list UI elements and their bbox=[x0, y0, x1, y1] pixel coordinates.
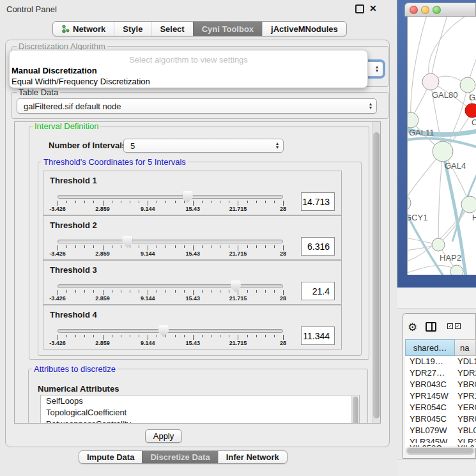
slider-track[interactable] bbox=[58, 195, 283, 199]
network-view-canvas[interactable]: GAL80 GA C GAL11 GAL4 GCY1 H HAP2 bbox=[407, 17, 476, 275]
svg-text:GAL80: GAL80 bbox=[432, 90, 457, 100]
status-area bbox=[397, 459, 476, 476]
num-intervals-combobox[interactable]: 5 ▴▾ bbox=[123, 139, 284, 153]
table-row[interactable]: YBR043CYBR0 bbox=[405, 379, 476, 390]
slider-tick-labels: -3.4262.8599.14415.4321.71528 bbox=[58, 295, 283, 302]
nodes[interactable] bbox=[408, 73, 476, 275]
table-row[interactable]: YBL079WYBL0 bbox=[405, 425, 476, 436]
list-item[interactable]: TopologicalCoefficient bbox=[41, 407, 359, 418]
network-node-partial-top[interactable] bbox=[460, 77, 475, 93]
column-header-name[interactable]: na bbox=[455, 339, 476, 356]
apply-button[interactable]: Apply bbox=[145, 429, 182, 443]
network-node-gal11[interactable] bbox=[408, 112, 418, 128]
attributes-group-title: Attributes to discretize bbox=[32, 365, 118, 373]
tab-style[interactable]: Style bbox=[114, 22, 151, 36]
zoom-traffic-light-icon[interactable] bbox=[433, 6, 441, 14]
network-node-hap2[interactable] bbox=[432, 238, 445, 251]
threshold-4-value-field[interactable] bbox=[301, 326, 335, 345]
threshold-2-value-field[interactable] bbox=[301, 237, 335, 256]
close-icon[interactable]: ✕ bbox=[369, 3, 377, 13]
thresholds-group-title: Threshold's Coordinates for 5 Intervals bbox=[42, 158, 188, 166]
table-row[interactable]: YBR045CYBR0 bbox=[405, 413, 476, 425]
combo-arrows-icon: ▴▾ bbox=[376, 65, 378, 73]
slider-tick-labels: -3.4262.8599.14415.4321.71528 bbox=[58, 250, 283, 257]
table-data-combobox[interactable]: galFiltered.sif default node ▴▾ bbox=[17, 98, 377, 114]
numerical-attributes-label: Numerical Attributes bbox=[38, 384, 119, 394]
dropdown-placeholder: Select algorithm to view settings bbox=[10, 55, 367, 65]
table-row[interactable]: YER054CYER0 bbox=[405, 402, 476, 413]
network-node-selected-red[interactable] bbox=[465, 104, 476, 118]
threshold-1-value-field[interactable] bbox=[301, 192, 335, 211]
threshold-3-value-field[interactable] bbox=[301, 282, 335, 300]
slider-track[interactable] bbox=[58, 329, 283, 333]
tab-jactivemnodules[interactable]: jActiveMNodules bbox=[262, 22, 346, 36]
pane-scrollbar[interactable] bbox=[372, 122, 380, 423]
threshold-4-slider: -3.4262.8599.14415.4321.71528 bbox=[43, 305, 341, 349]
float-window-icon[interactable] bbox=[355, 4, 364, 13]
list-scrollbar[interactable] bbox=[351, 396, 358, 424]
table-row[interactable]: YPR145WYPR1 bbox=[405, 390, 476, 402]
tab-select[interactable]: Select bbox=[151, 22, 192, 36]
list-item[interactable]: BetweennessCentrality bbox=[41, 418, 359, 424]
close-traffic-light-icon[interactable] bbox=[410, 6, 418, 14]
table-horizontal-scrollbar[interactable] bbox=[406, 447, 475, 455]
network-icon bbox=[61, 24, 70, 33]
svg-text:GA: GA bbox=[469, 93, 476, 102]
bottom-tab-bar: Impute Data Discretize Data Infer Networ… bbox=[79, 450, 288, 464]
network-graph: GAL80 GA C GAL11 GAL4 GCY1 H HAP2 bbox=[408, 17, 476, 275]
network-node-gal4[interactable] bbox=[433, 141, 453, 162]
top-tab-bar: Network Style Select Cyni Toolbox jActiv… bbox=[52, 21, 347, 36]
tab-discretize-data[interactable]: Discretize Data bbox=[142, 451, 217, 463]
svg-text:GCY1: GCY1 bbox=[408, 213, 427, 222]
svg-text:GAL11: GAL11 bbox=[409, 128, 434, 137]
threshold-4-panel: Threshold 4 -3.4262.8599.14415.4321.7152… bbox=[43, 305, 342, 349]
slider-track[interactable] bbox=[58, 284, 283, 288]
gear-icon[interactable]: ⚙ bbox=[408, 321, 417, 334]
tab-cyni-toolbox[interactable]: Cyni Toolbox bbox=[193, 22, 262, 36]
list-item[interactable]: SelfLoops bbox=[41, 395, 359, 407]
num-intervals-label: Number of Intervals bbox=[49, 141, 127, 150]
threshold-2-panel: Threshold 2 -3.4262.8599.14415.4321.7152… bbox=[43, 215, 342, 260]
combo-arrows-icon: ▴▾ bbox=[369, 102, 372, 110]
table-row[interactable]: YDR27…YDR2 bbox=[405, 367, 476, 379]
threshold-1-panel: Threshold 1 -3.4262.8599.14415.4321.7152… bbox=[43, 171, 342, 215]
combo-arrows-icon: ▴▾ bbox=[276, 142, 279, 150]
numerical-attributes-list: SelfLoops TopologicalCoefficient Between… bbox=[40, 395, 360, 424]
minimize-traffic-light-icon[interactable] bbox=[421, 6, 429, 14]
slider-tick-labels: -3.4262.8599.14415.4321.71528 bbox=[58, 206, 283, 213]
checkbox-icon[interactable]: ✓ bbox=[447, 323, 453, 329]
dropdown-item-equal-width[interactable]: Equal Width/Frequency Discretization bbox=[12, 77, 150, 86]
checkbox-icon[interactable]: ✓ bbox=[455, 323, 461, 329]
network-node-gcy1[interactable] bbox=[408, 196, 411, 211]
svg-text:GAL4: GAL4 bbox=[445, 161, 466, 171]
control-panel-titlebar: Control Panel ✕ bbox=[0, 0, 395, 18]
network-node-partial-bottom[interactable] bbox=[450, 265, 463, 275]
network-node-h[interactable] bbox=[461, 196, 476, 213]
slider-tick-labels: -3.4262.8599.14415.4321.71528 bbox=[58, 340, 283, 347]
tab-impute-data[interactable]: Impute Data bbox=[79, 451, 142, 463]
split-column-icon[interactable] bbox=[426, 322, 436, 332]
interval-group-title: Interval Definition bbox=[33, 122, 100, 130]
table-row[interactable]: YDL19…YDL1 bbox=[405, 356, 476, 367]
column-header-shared-name[interactable]: shared… bbox=[405, 339, 455, 356]
svg-text:HAP2: HAP2 bbox=[440, 253, 461, 263]
tab-network[interactable]: Network bbox=[53, 22, 114, 36]
network-node-gal80[interactable] bbox=[422, 73, 439, 90]
dropdown-item-manual[interactable]: Manual Discretization bbox=[12, 66, 97, 75]
svg-text:H: H bbox=[472, 213, 476, 222]
threshold-2-slider: -3.4262.8599.14415.4321.71528 bbox=[43, 216, 341, 259]
algorithm-dropdown: Select algorithm to view settings Manual… bbox=[9, 50, 368, 88]
table-data-title: Table Data bbox=[17, 88, 60, 96]
threshold-3-slider: -3.4262.8599.14415.4321.71528 bbox=[43, 261, 341, 304]
tab-infer-network[interactable]: Infer Network bbox=[218, 451, 287, 463]
network-window-titlebar[interactable] bbox=[404, 3, 476, 17]
threshold-3-panel: Threshold 3 -3.4262.8599.14415.4321.7152… bbox=[43, 260, 342, 305]
svg-text:C: C bbox=[472, 118, 476, 127]
slider-track[interactable] bbox=[58, 240, 283, 243]
control-panel-title: Control Panel bbox=[6, 4, 57, 14]
threshold-1-slider: -3.4262.8599.14415.4321.71528 bbox=[43, 171, 341, 215]
settings-scrollpane: Interval Definition Number of Intervals … bbox=[14, 121, 381, 424]
table-panel-header: Table Panel bbox=[397, 288, 476, 309]
